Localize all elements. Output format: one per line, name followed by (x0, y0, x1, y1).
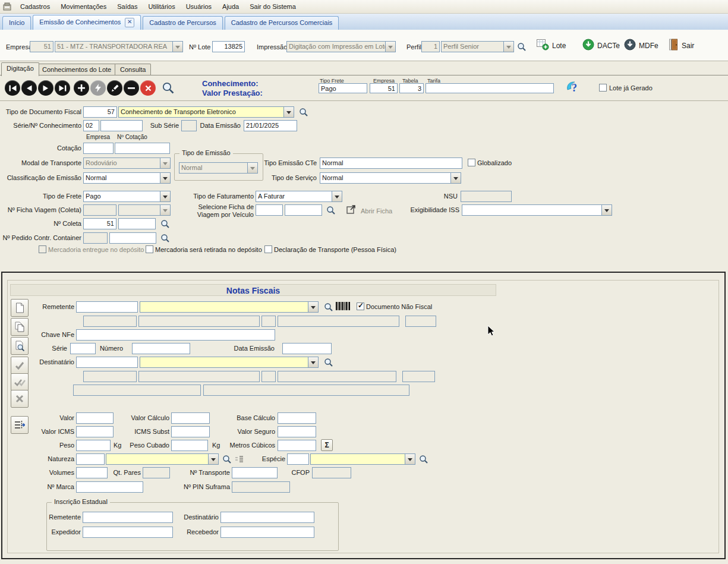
tab-cadastro-de-percursos[interactable]: Cadastro de Percursos (143, 16, 223, 30)
tipo-documento-code-field[interactable]: 57 (83, 106, 117, 118)
empresa-combo[interactable]: 51 - MTZ - TRANSPORTADORA REA (55, 41, 183, 52)
exigibilidade-iss-combo[interactable] (462, 204, 612, 216)
delete-nota-button[interactable] (11, 390, 29, 408)
tipo-documento-combo[interactable]: Conhecimento de Transporte Eletronico (118, 106, 294, 118)
tab-emissao-de-conhecimentos[interactable]: Emissão de Conhecimentos ✕ (33, 15, 141, 30)
dacte-button[interactable]: DACTe (582, 39, 620, 52)
ie-recebedor-field[interactable] (220, 527, 314, 538)
declaracao-transporte-checkbox[interactable] (264, 245, 272, 253)
tab-close-icon[interactable]: ✕ (125, 18, 134, 27)
serie-field[interactable]: 02 (83, 120, 99, 131)
ficha-veiculo-field-2[interactable] (285, 204, 322, 216)
destinatario-code-field[interactable] (76, 357, 138, 368)
menu-cadastros[interactable]: Cadastros (15, 1, 55, 12)
mercadoria-retirada-checkbox[interactable] (146, 245, 153, 253)
lote-ja-gerado-checkbox[interactable] (599, 84, 607, 92)
add-record-button[interactable] (74, 80, 89, 96)
ie-destinatario-field[interactable] (220, 512, 314, 523)
sum-sigma-button[interactable]: Σ (321, 439, 333, 451)
data-emissao-field[interactable]: 21/01/2025 (244, 120, 297, 131)
valor-seguro-field[interactable] (278, 426, 316, 437)
barcode-icon[interactable] (336, 301, 351, 312)
edit-record-button[interactable] (107, 80, 122, 96)
tab-consulta[interactable]: Consulta (115, 64, 151, 75)
cotacao-numero-field[interactable] (115, 143, 170, 154)
menu-saidas[interactable]: Saídas (112, 1, 143, 12)
ficha-viagem-combo[interactable] (118, 204, 171, 216)
menu-utilitarios[interactable]: Utilitários (143, 1, 180, 12)
first-record-button[interactable] (5, 80, 20, 96)
icms-subst-field[interactable] (171, 426, 210, 437)
remetente-code-field[interactable] (76, 301, 138, 313)
tab-inicio[interactable]: Início (2, 16, 31, 30)
mercadoria-entregue-checkbox[interactable] (39, 245, 46, 253)
perfil-combo[interactable]: Perfil Senior (441, 41, 514, 52)
menu-movimentacoes[interactable]: Movimentações (55, 1, 112, 12)
search-record-icon[interactable] (162, 81, 175, 94)
ficha-veiculo-search-icon[interactable] (326, 206, 336, 215)
menu-usuarios[interactable]: Usuários (181, 1, 217, 12)
coleta-search-icon[interactable] (160, 219, 170, 229)
pedido-container-field-2[interactable] (109, 232, 156, 244)
perfil-search-icon[interactable] (517, 42, 527, 52)
tipo-documento-search-icon[interactable] (299, 108, 308, 117)
ficha-veiculo-field-1[interactable] (256, 204, 283, 216)
n-marca-field[interactable] (76, 481, 143, 493)
empresa-code-field[interactable]: 51 (30, 41, 53, 52)
ie-expedidor-field[interactable] (83, 527, 173, 538)
lote-field[interactable]: 13825 (212, 41, 245, 52)
nf-numero-field[interactable] (132, 343, 190, 354)
especie-combo[interactable] (310, 453, 415, 465)
cfop-field[interactable] (312, 467, 351, 478)
tipo-emissao-cte-field[interactable]: Normal (320, 157, 462, 169)
last-record-button[interactable] (55, 80, 70, 96)
n-transporte-field[interactable] (232, 467, 278, 478)
empresa-field[interactable]: 51 (370, 83, 398, 93)
modal-transporte-combo[interactable]: Rodoviário (83, 157, 171, 169)
pedido-container-field-1[interactable] (83, 232, 108, 244)
natureza-combo[interactable] (106, 453, 219, 465)
valor-calculo-field[interactable] (171, 412, 210, 424)
classificacao-emissao-combo[interactable]: Normal (83, 172, 171, 184)
nsu-field[interactable] (461, 191, 512, 202)
remetente-combo[interactable] (140, 301, 319, 313)
globalizado-checkbox[interactable] (468, 159, 475, 166)
metros-cubicos-field[interactable] (278, 440, 316, 451)
coleta-empresa-field[interactable]: 51 (83, 218, 116, 229)
next-record-button[interactable] (38, 80, 53, 96)
delete-record-button[interactable] (124, 80, 139, 96)
remetente-search-icon[interactable] (324, 303, 333, 312)
pin-suframa-field[interactable] (232, 481, 290, 493)
impressao-combo[interactable]: Digitação com Impressão em Lote (286, 41, 396, 52)
ie-remetente-field[interactable] (83, 512, 173, 523)
menu-sair-do-sistema[interactable]: Sair do Sistema (244, 1, 301, 12)
tab-conhecimentos-do-lote[interactable]: Conhecimentos do Lote (37, 64, 116, 75)
coleta-numero-field[interactable] (118, 218, 156, 229)
menu-ajuda[interactable]: Ajuda (217, 1, 244, 12)
ficha-viagem-num-field[interactable] (83, 204, 116, 216)
tabela-field[interactable]: 3 (399, 83, 424, 93)
confirm-all-button[interactable] (11, 373, 29, 391)
tipo-frete-field[interactable]: Pago (319, 83, 367, 93)
tipo-faturamento-combo[interactable]: A Faturar (256, 191, 342, 202)
sair-button[interactable]: Sair (669, 39, 694, 52)
pedido-container-search-icon[interactable] (160, 234, 170, 243)
chave-nfe-field[interactable] (76, 329, 275, 341)
abrir-ficha-label[interactable]: Abrir Ficha (361, 207, 392, 215)
especie-code-field[interactable] (287, 453, 309, 465)
abrir-ficha-external-link-icon[interactable] (346, 204, 357, 215)
tab-cadastro-de-percursos-comerciais[interactable]: Cadastro de Percursos Comerciais (225, 16, 339, 30)
sub-serie-field[interactable] (181, 120, 197, 131)
mdfe-button[interactable]: MDFe (624, 39, 658, 52)
destinatario-combo[interactable] (140, 357, 319, 368)
quick-post-button[interactable] (90, 80, 106, 96)
tipo-emissao-combo[interactable]: Normal (179, 162, 258, 174)
documento-nao-fiscal-checkbox[interactable] (357, 303, 364, 310)
numero-conhecimento-field[interactable] (100, 120, 143, 131)
perfil-code-field[interactable]: 1 (421, 41, 440, 52)
destinatario-search-icon[interactable] (324, 358, 333, 367)
previous-record-button[interactable] (21, 80, 37, 96)
especie-search-icon[interactable] (419, 455, 428, 464)
help-icon[interactable]: ? (566, 80, 581, 95)
tipo-servico-combo[interactable]: Normal (320, 172, 461, 184)
